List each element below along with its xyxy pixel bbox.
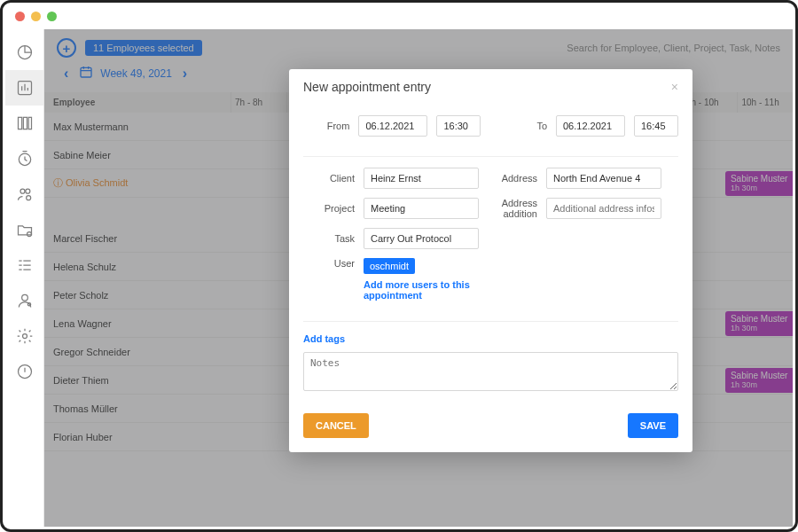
minimize-window-icon[interactable] (31, 12, 41, 21)
from-time-input[interactable] (436, 115, 481, 137)
add-users-link[interactable]: Add more users to this appointment (364, 279, 488, 301)
nav-dashboard[interactable] (5, 35, 43, 70)
from-label: From (303, 121, 349, 131)
nav-timer[interactable] (5, 141, 43, 176)
project-label: Project (303, 203, 355, 214)
cancel-button[interactable]: CANCEL (303, 413, 369, 438)
address2-label: Address addition (488, 198, 537, 219)
client-input[interactable] (364, 168, 479, 189)
nav-reports[interactable] (5, 70, 43, 106)
add-tags-link[interactable]: Add tags (303, 333, 345, 344)
window-controls (15, 12, 57, 21)
nav-user[interactable] (5, 283, 43, 318)
save-button[interactable]: SAVE (628, 413, 678, 438)
nav-list[interactable] (5, 247, 43, 283)
address-input[interactable] (546, 168, 661, 189)
modal-title: New appointment entry (303, 80, 431, 94)
svg-rect-2 (18, 117, 21, 129)
client-label: Client (303, 173, 355, 184)
address-label: Address (488, 173, 537, 184)
task-label: Task (303, 233, 355, 244)
address2-input[interactable] (546, 198, 661, 219)
svg-rect-4 (28, 117, 31, 129)
svg-point-12 (22, 334, 27, 339)
svg-point-9 (27, 232, 31, 237)
task-input[interactable] (364, 228, 479, 249)
to-date-input[interactable] (556, 115, 625, 137)
project-input[interactable] (364, 198, 479, 219)
nav-users-settings[interactable] (5, 176, 43, 212)
to-label: To (502, 121, 547, 131)
user-label: User (303, 258, 355, 269)
svg-rect-3 (23, 117, 27, 129)
svg-point-10 (21, 294, 27, 301)
close-icon[interactable]: × (671, 80, 678, 94)
nav-rail (5, 29, 44, 527)
to-time-input[interactable] (634, 115, 678, 137)
main-content: + 11 Employees selected Search for Emplo… (44, 29, 793, 527)
svg-point-6 (20, 189, 25, 193)
user-chip[interactable]: oschmidt (364, 258, 415, 274)
svg-point-8 (26, 196, 30, 200)
from-date-input[interactable] (358, 115, 427, 137)
nav-folder[interactable] (5, 212, 43, 247)
close-window-icon[interactable] (15, 12, 25, 21)
new-appointment-modal: New appointment entry × From To (289, 69, 692, 452)
svg-point-7 (25, 189, 29, 193)
notes-input[interactable] (303, 352, 678, 391)
nav-projects[interactable] (5, 106, 43, 141)
nav-power[interactable] (5, 354, 43, 389)
nav-settings[interactable] (5, 318, 43, 354)
maximize-window-icon[interactable] (47, 12, 57, 21)
